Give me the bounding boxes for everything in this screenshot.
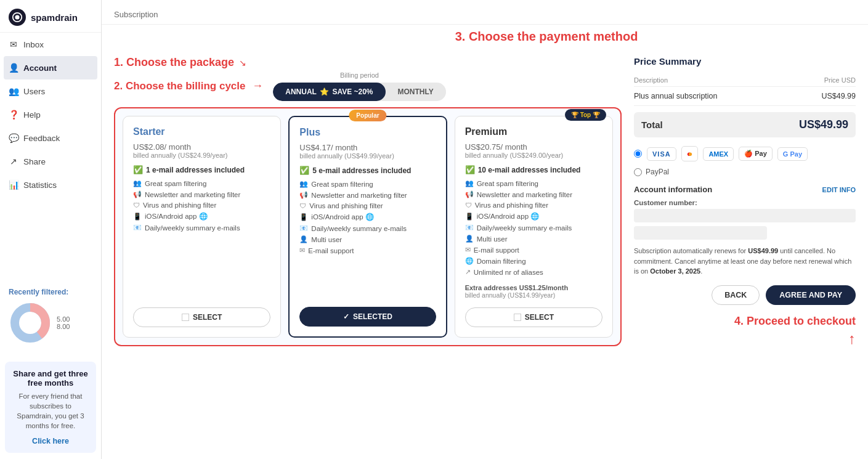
- edit-info-link[interactable]: EDIT INFO: [822, 186, 856, 193]
- paypal-option: PayPal: [634, 168, 856, 176]
- sidebar-item-users[interactable]: 👥 Users: [0, 79, 101, 103]
- line-item-label: Plus annual subscription: [634, 87, 791, 106]
- feature-icon: 👥: [299, 180, 308, 188]
- logo-icon: [9, 9, 26, 26]
- starter-highlight: ✅ 1 e-mail addresses included: [133, 165, 270, 174]
- feature-icon: 🛡: [299, 202, 306, 209]
- starter-select-button[interactable]: SELECT: [133, 307, 270, 327]
- sidebar-item-inbox[interactable]: ✉ Inbox: [0, 33, 101, 56]
- list-item: 📱 iOS/Android app 🌐: [299, 213, 436, 221]
- annotation-step1: 1. Choose the package: [114, 56, 234, 68]
- annotation-step3: 3. Choose the payment method: [102, 27, 868, 44]
- sidebar-item-help-label: Help: [23, 110, 41, 120]
- check-icon: ✅: [465, 165, 475, 174]
- list-item: 📱 iOS/Android app 🌐: [465, 212, 602, 221]
- sidebar-item-share[interactable]: ↗ Share: [0, 150, 101, 173]
- card-payment-radio[interactable]: [634, 150, 642, 158]
- click-here-link[interactable]: Click here: [12, 437, 89, 445]
- mc-right: ●: [688, 149, 693, 158]
- plus-popular-badge: Popular: [349, 110, 386, 121]
- action-buttons: BACK AGREE AND PAY: [634, 285, 856, 305]
- list-item: ↗ Unlimited nr of aliases: [465, 268, 602, 276]
- starter-price: US$2.08/ month: [133, 141, 270, 152]
- billing-toggle: ANNUAL ⭐ SAVE ~20% MONTHLY: [273, 83, 446, 101]
- star-icon: ⭐: [320, 87, 329, 96]
- list-item: 📧 Daily/weekly summary e-mails: [133, 224, 270, 232]
- apple-pay-card: 🍎 Pay: [739, 147, 773, 161]
- feature-icon: ✉: [299, 246, 305, 254]
- premium-select-button[interactable]: SELECT: [465, 307, 602, 327]
- account-info-title: Account information: [634, 185, 712, 194]
- total-amount: US$49.99: [799, 118, 848, 131]
- plus-price: US$4.17/ month: [299, 142, 436, 152]
- feature-icon: 📧: [133, 224, 142, 232]
- starter-package-name: Starter: [133, 126, 270, 137]
- monthly-billing-button[interactable]: MONTHLY: [386, 83, 446, 101]
- sidebar: spamdrain ✉ Inbox 👤 Account 👥 Users ❓ He…: [0, 0, 102, 459]
- list-item: 👥 Great spam filtering: [299, 180, 436, 188]
- content-area: 1. Choose the package ↘ 2. Choose the bi…: [102, 46, 868, 357]
- arrow-up-icon: ↑: [634, 330, 856, 347]
- price-table: Description Price USD Plus annual subscr…: [634, 74, 856, 106]
- donut-chart: 5.00 8.00: [9, 301, 92, 344]
- premium-highlight: ✅ 10 e-mail addresses included: [465, 165, 602, 174]
- feature-icon: 📢: [299, 191, 308, 199]
- payment-methods: VISA ● ● AMEX 🍎 Pay G Pay: [634, 146, 856, 161]
- sidebar-item-feedback[interactable]: 💬 Feedback: [0, 126, 101, 150]
- sidebar-item-account-label: Account: [23, 63, 57, 73]
- main-content: Subscription 3. Choose the payment metho…: [102, 0, 868, 459]
- sidebar-item-help[interactable]: ❓ Help: [0, 103, 101, 126]
- back-button[interactable]: BACK: [712, 285, 760, 305]
- list-item: 📢 Newsletter and marketing filter: [299, 191, 436, 199]
- list-item: 🛡 Virus and phishing filter: [465, 201, 602, 209]
- starter-features: 👥 Great spam filtering 📢 Newsletter and …: [133, 179, 270, 299]
- subscription-section: 1. Choose the package ↘ 2. Choose the bi…: [114, 56, 622, 347]
- users-icon: 👥: [9, 86, 18, 96]
- feature-icon: 📢: [465, 190, 474, 198]
- share-box: Share and get three free months For ever…: [5, 362, 96, 453]
- feature-icon: 👥: [133, 179, 142, 187]
- feature-icon: 🛡: [465, 201, 472, 209]
- packages-grid: Starter US$2.08/ month billed annually (…: [123, 116, 613, 338]
- list-item: 📢 Newsletter and marketing filter: [133, 190, 270, 198]
- paypal-radio-label[interactable]: PayPal: [634, 168, 856, 176]
- sidebar-item-share-label: Share: [23, 157, 46, 166]
- list-item: 🛡 Virus and phishing filter: [133, 201, 270, 209]
- breadcrumb-subscription: Subscription: [114, 10, 158, 19]
- list-item: 👥 Great spam filtering: [133, 179, 270, 187]
- feature-icon: 📱: [299, 213, 308, 221]
- feature-icon: 📱: [465, 213, 474, 221]
- step4-annotation-wrapper: 4. Proceed to checkout ↑: [634, 315, 856, 347]
- premium-package-name: Premium: [465, 126, 602, 137]
- list-item: 👥 Great spam filtering: [465, 179, 602, 187]
- premium-package-card: 🏆 Top 🏆 Premium US$20.75/ month billed a…: [455, 116, 613, 338]
- premium-extra-sub: billed annually (US$14.99/year): [465, 291, 602, 299]
- agree-pay-button[interactable]: AGREE AND PAY: [766, 285, 856, 305]
- share-box-text: For every friend that subscribes to Spam…: [12, 391, 89, 431]
- plus-selected-button[interactable]: ✓ SELECTED: [299, 307, 436, 327]
- sidebar-item-feedback-label: Feedback: [23, 134, 60, 143]
- premium-top-badge: 🏆 Top 🏆: [565, 109, 606, 121]
- sidebar-item-account[interactable]: 👤 Account: [4, 56, 97, 79]
- sidebar-item-statistics[interactable]: 📊 Statistics: [0, 173, 101, 197]
- feature-icon: 🛡: [133, 201, 140, 209]
- feature-icon: ✉: [465, 246, 471, 254]
- donut-labels: 5.00 8.00: [57, 315, 70, 330]
- logo-text: spamdrain: [31, 12, 78, 23]
- account-icon: 👤: [9, 63, 18, 73]
- feature-icon: 📱: [133, 213, 142, 221]
- paypal-radio-input[interactable]: [634, 168, 642, 176]
- step1-annotation-wrapper: 1. Choose the package ↘: [114, 56, 622, 69]
- line-item-price: US$49.99: [791, 87, 856, 106]
- col-price: Price USD: [791, 74, 856, 87]
- card-radio-input[interactable]: [634, 150, 642, 158]
- list-item: 👤 Multi user: [299, 235, 436, 243]
- annual-billing-button[interactable]: ANNUAL ⭐ SAVE ~20%: [273, 83, 385, 101]
- google-pay-card: G Pay: [777, 147, 808, 161]
- customer-number-field: [634, 209, 856, 222]
- price-summary-section: Price Summary Description Price USD Plus…: [634, 56, 856, 347]
- amex-card: AMEX: [703, 147, 734, 161]
- plus-features: 👥 Great spam filtering 📢 Newsletter and …: [299, 180, 436, 298]
- donut-label-1: 5.00: [57, 315, 70, 323]
- list-item: 📢 Newsletter and marketing filter: [465, 190, 602, 198]
